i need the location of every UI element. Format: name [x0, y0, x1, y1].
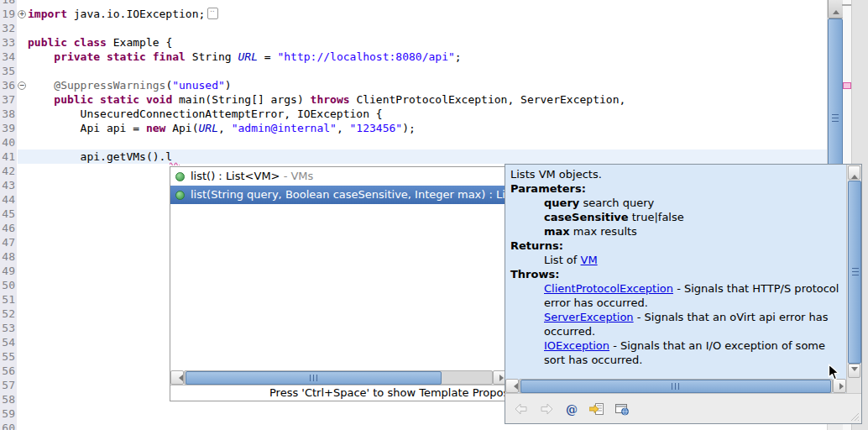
code-line: 36− @SuppressWarnings("unused") — [0, 78, 232, 92]
scrollbar-track[interactable] — [519, 379, 833, 393]
javadoc-link[interactable]: IOException — [544, 339, 609, 352]
code-segment: static — [100, 93, 139, 106]
popup-horizontal-scrollbar[interactable] — [170, 370, 506, 385]
line-number: 54 — [0, 335, 17, 349]
code-segment: "123456" — [350, 122, 403, 134]
line-number: 43 — [0, 178, 17, 192]
scrollbar-thumb[interactable] — [520, 380, 831, 393]
fold-column — [17, 192, 28, 207]
javadoc-content: Lists VM objects.Parameters:query search… — [505, 165, 846, 379]
code-segment: private — [54, 50, 100, 63]
line-number: 60 — [0, 421, 17, 430]
scrollbar-thumb[interactable] — [848, 181, 861, 364]
forward-button[interactable] — [539, 401, 554, 417]
javadoc-entry: ServerException - Signals that an oVirt … — [510, 310, 844, 338]
code-line: 41 api.getVMs().l — [0, 149, 172, 164]
scroll-left-button[interactable] — [170, 370, 184, 385]
open-in-browser-icon — [614, 402, 630, 416]
proposal-list-empty-area — [170, 204, 506, 370]
javadoc-horizontal-scrollbar[interactable] — [505, 379, 861, 393]
fold-column — [17, 249, 28, 264]
code-text: api.getVMs().l — [28, 150, 172, 163]
proposal-label: list(String query, Boolean caseSensitive… — [191, 186, 505, 204]
javadoc-entry: List of VM — [510, 253, 844, 267]
code-line: 35 — [0, 64, 28, 78]
fold-column — [17, 392, 28, 406]
code-segment — [28, 50, 54, 63]
javadoc-link[interactable]: ClientProtocolException — [544, 282, 673, 295]
fold-column — [17, 21, 28, 35]
code-segment: ) — [225, 79, 232, 92]
scroll-up-button[interactable] — [848, 165, 860, 180]
code-segment — [139, 93, 146, 106]
code-segment: class — [74, 36, 107, 49]
fold-column — [17, 64, 28, 78]
code-text: public static void main(String[] args) t… — [28, 93, 625, 106]
code-segment: ClientProtocolException, ServerException… — [350, 93, 626, 106]
scrollbar-track[interactable] — [184, 370, 493, 385]
scroll-up-button[interactable] — [828, 0, 844, 18]
folded-code-box[interactable] — [207, 8, 218, 19]
code-segment: URL — [238, 50, 258, 63]
proposal-qualifier: - VMs — [280, 167, 314, 186]
code-segment — [67, 36, 74, 49]
code-segment: api.getVMs().l — [28, 150, 172, 163]
scrollbar-thumb[interactable] — [186, 371, 442, 385]
code-segment: UnsecuredConnectionAttemptError, IOExcep… — [28, 108, 383, 120]
line-number: 40 — [0, 135, 17, 149]
thumb-grip — [672, 383, 679, 390]
line-number: 53 — [0, 321, 17, 335]
line-number: 42 — [0, 164, 17, 178]
line-number: 39 — [0, 121, 17, 135]
fold-collapse-marker[interactable]: − — [17, 78, 28, 92]
javadoc-entry: max max results — [510, 224, 844, 239]
code-line: 37 public static void main(String[] args… — [0, 92, 625, 107]
open-in-browser-button[interactable] — [614, 401, 630, 417]
show-attached-javadoc-button[interactable]: @ — [564, 401, 579, 417]
overview-ruler-top-marker — [842, 4, 851, 6]
content-assist-popup: list() : List<VM> - VMslist(String query… — [170, 166, 507, 401]
resize-grip[interactable] — [848, 410, 860, 422]
fold-column — [17, 378, 28, 392]
scroll-left-button[interactable] — [505, 379, 519, 393]
completion-proposal[interactable]: list(String query, Boolean caseSensitive… — [170, 186, 506, 204]
proposal-list[interactable]: list() : List<VM> - VMslist(String query… — [170, 167, 506, 204]
code-line: 47 — [0, 235, 28, 249]
code-line: 51 — [0, 292, 28, 307]
code-segment: URL — [199, 122, 218, 134]
fold-column — [17, 235, 28, 249]
fold-column — [17, 421, 28, 430]
line-number: 45 — [0, 207, 17, 221]
scroll-down-button[interactable] — [848, 364, 860, 378]
thumb-grip — [832, 114, 839, 122]
javadoc-link[interactable]: VM — [581, 254, 598, 266]
code-text: UnsecuredConnectionAttemptError, IOExcep… — [28, 108, 383, 120]
open-declaration-button[interactable] — [589, 401, 604, 417]
javadoc-link[interactable]: ServerException — [544, 311, 634, 323]
javadoc-vertical-scrollbar[interactable] — [846, 165, 861, 379]
code-text: public class Example { — [28, 36, 172, 49]
back-button[interactable] — [514, 401, 529, 417]
code-line: 48 — [0, 249, 28, 264]
forward-arrow-icon — [540, 403, 553, 415]
code-line: 19+import java.io.IOException; — [0, 7, 218, 21]
line-number: 58 — [0, 392, 17, 406]
code-segment: new — [146, 122, 165, 134]
fold-expand-marker[interactable]: + — [17, 7, 28, 21]
line-number: 41 — [0, 149, 17, 164]
thumb-grip — [852, 268, 859, 275]
completion-proposal[interactable]: list() : List<VM> - VMs — [170, 167, 506, 186]
occurrence-marker[interactable] — [843, 82, 851, 89]
fold-column — [17, 107, 28, 121]
code-line: 32 — [0, 21, 28, 35]
line-number: 49 — [0, 264, 17, 278]
code-line: 53 — [0, 321, 28, 335]
code-segment: main(String[] args) — [172, 93, 310, 106]
javadoc-entry: caseSensitive true|false — [510, 210, 844, 224]
fold-column — [17, 0, 28, 7]
code-segment: , — [337, 122, 350, 134]
line-number: 50 — [0, 278, 17, 292]
code-line: 56 — [0, 364, 28, 378]
fold-column — [17, 321, 28, 335]
javadoc-toolbar: @ — [505, 393, 861, 423]
